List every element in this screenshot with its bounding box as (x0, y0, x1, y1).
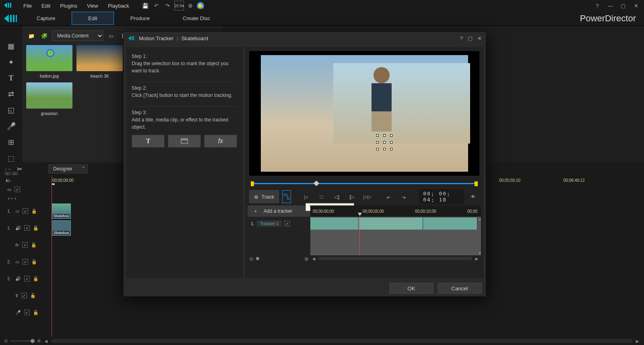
track-checkbox[interactable]: ✓ (24, 276, 30, 281)
menu-view[interactable]: View (83, 1, 102, 10)
track-display-icon[interactable]: ▭ (7, 187, 11, 192)
audio-room-icon[interactable]: 🎤 (6, 122, 17, 131)
notification-icon[interactable]: 🔔 (197, 2, 204, 9)
subtitle-room-icon[interactable]: ⬚ (6, 154, 17, 163)
help-icon[interactable]: ? (592, 1, 602, 10)
timeline-clip[interactable]: Skateboa (52, 203, 71, 219)
ok-button[interactable]: OK (389, 283, 433, 294)
fx-track-icon[interactable]: fx (15, 242, 19, 247)
marker-tool-icon[interactable]: ⬥⫠ (6, 178, 12, 183)
fit-timeline-icon[interactable]: ◄ (43, 338, 49, 344)
track-checkbox[interactable]: ✓ (22, 242, 28, 248)
add-media-button[interactable] (168, 135, 201, 148)
add-tracker-button[interactable]: ＋ Add a tracker (248, 205, 310, 217)
dialog-help-icon[interactable]: ? (460, 35, 463, 41)
seek-playhead[interactable] (314, 181, 319, 186)
audio-track-icon[interactable]: 🔊 (15, 226, 21, 231)
lock-icon[interactable]: 🔓 (33, 276, 39, 281)
media-item[interactable]: grasslan (26, 82, 72, 116)
tracker-playhead-marker[interactable] (358, 213, 362, 216)
menu-playback[interactable]: Playback (104, 1, 133, 10)
add-title-button[interactable]: T (132, 135, 165, 148)
tracker-scroll-left-icon[interactable]: ◄ (311, 256, 316, 262)
tracker-scroll-right-icon[interactable]: ► (474, 256, 479, 262)
tracker-segment[interactable] (359, 218, 423, 230)
save-icon[interactable]: 💾 (140, 1, 150, 10)
lock-icon[interactable]: 🔓 (33, 226, 39, 231)
track-visible-checkbox[interactable]: ✓ (23, 208, 28, 214)
mark-in-icon[interactable]: ⬐ (382, 191, 394, 203)
tracker-timeline[interactable]: ▲ ▼ (310, 217, 481, 255)
menu-file[interactable]: File (19, 1, 36, 10)
title-track-icon[interactable]: T (15, 293, 18, 298)
scroll-down-icon[interactable]: ▼ (478, 251, 482, 255)
track-checkbox[interactable]: ✓ (14, 187, 20, 192)
tracker-segment[interactable] (423, 218, 477, 230)
title-room-icon[interactable]: T (6, 74, 17, 82)
particle-room-icon[interactable]: ✦ (6, 58, 17, 67)
media-room-icon[interactable]: ▦ (6, 42, 17, 51)
tab-capture[interactable]: Capture (20, 12, 72, 25)
track-button[interactable]: ⊕ Track (249, 190, 279, 203)
cancel-button[interactable]: Cancel (438, 283, 482, 294)
zoom-out-icon[interactable]: − (4, 339, 8, 343)
lock-icon[interactable]: 🔓 (31, 242, 37, 248)
track-audible-checkbox[interactable]: ✓ (24, 225, 30, 231)
zoom-slider-handle[interactable] (31, 339, 35, 343)
media-filter-dropdown[interactable]: Media Content (52, 31, 103, 41)
tab-create-disc[interactable]: Create Disc (166, 12, 227, 25)
add-effect-button[interactable]: fx (204, 135, 237, 148)
timeline-scrollbar[interactable] (51, 339, 632, 343)
tracker-playhead-line[interactable] (359, 217, 360, 255)
aspect-ratio-icon[interactable]: 16:9▾ (174, 1, 184, 10)
prev-frame-icon[interactable]: ◁| (331, 191, 343, 203)
plugin-icon[interactable]: 🧩 (39, 31, 50, 41)
preview-viewport[interactable] (249, 51, 479, 176)
video-track-icon[interactable]: ▭ (15, 209, 19, 214)
lock-icon[interactable]: 🔓 (30, 293, 36, 298)
split-align-icon[interactable]: ⫞⫟ (4, 166, 12, 172)
designer-dropdown[interactable]: Designer˅ (48, 164, 88, 174)
scroll-right-icon[interactable]: ► (635, 338, 640, 344)
lock-icon[interactable]: 🔓 (33, 310, 39, 315)
settings-icon[interactable]: ⚙ (186, 1, 195, 10)
tracker-enabled-checkbox[interactable]: ✓ (284, 221, 290, 226)
redo-icon[interactable]: ↷ (163, 1, 173, 10)
import-icon[interactable]: 📁 (26, 31, 37, 41)
seek-bar[interactable] (249, 180, 479, 188)
tab-produce[interactable]: Produce (114, 12, 166, 25)
play-icon[interactable]: ▷ (300, 191, 312, 203)
close-window-icon[interactable]: ✕ (631, 1, 641, 10)
transition-room-icon[interactable]: ⇄ (6, 90, 17, 99)
stop-icon[interactable]: □ (316, 191, 328, 203)
tracker-scrollbar[interactable] (319, 257, 472, 260)
minimize-icon[interactable]: — (605, 1, 615, 10)
dialog-maximize-icon[interactable]: ▢ (468, 35, 473, 41)
track-checkbox[interactable]: ✓ (23, 259, 28, 265)
tracker-zoom-in-icon[interactable]: ⊕ (304, 256, 309, 262)
scroll-up-icon[interactable]: ▲ (478, 217, 482, 221)
lock-icon[interactable]: 🔓 (31, 259, 37, 265)
tracker-ruler[interactable]: 00;00;00;00 00;00;05;00 00;00;10;00 00;0… (310, 205, 481, 217)
timeline-playhead-line[interactable] (52, 175, 52, 337)
zoom-in-icon[interactable]: + (37, 339, 41, 343)
pip-room-icon[interactable]: ◱ (6, 106, 17, 115)
dialog-close-icon[interactable]: ✕ (477, 35, 482, 41)
filter-video-icon[interactable]: ▭ (106, 31, 116, 41)
menu-edit[interactable]: Edit (37, 1, 54, 10)
media-item[interactable]: beach 36 (76, 45, 123, 78)
track-checkbox[interactable]: ✓ (24, 310, 30, 315)
lock-icon[interactable]: 🔓 (31, 209, 37, 214)
mark-out-icon[interactable]: ⬎ (398, 191, 410, 203)
voice-track-icon[interactable]: 🎤 (15, 310, 21, 315)
menu-plugins[interactable]: Plugins (56, 1, 81, 10)
chapter-room-icon[interactable]: ⊞ (6, 138, 17, 147)
maximize-icon[interactable]: ▢ (618, 1, 628, 10)
mark-out-handle[interactable] (475, 181, 478, 186)
tracker-name-field[interactable]: Tracker 1 (257, 220, 282, 227)
mark-in-handle[interactable] (251, 181, 254, 186)
tracker-zoom-handle[interactable] (256, 257, 259, 260)
video-track-icon[interactable]: ▭ (15, 259, 19, 265)
fast-forward-icon[interactable]: ▷▷ (361, 191, 374, 203)
tracker-zoom-out-icon[interactable]: ⊖ (249, 256, 254, 262)
